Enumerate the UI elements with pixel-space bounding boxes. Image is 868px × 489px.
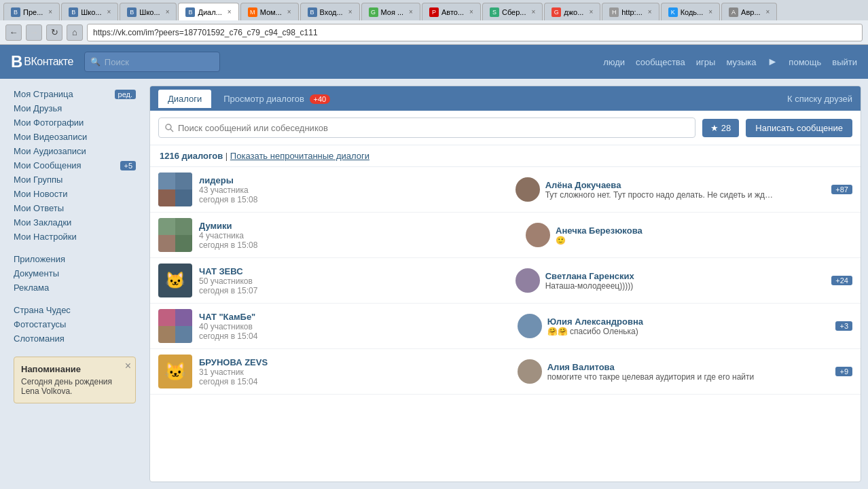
tab-favicon-13: A: [729, 7, 738, 17]
sidebar-item-bookmarks[interactable]: Мои Закладки: [14, 215, 149, 230]
tab-3[interactable]: B Шко... ×: [120, 3, 177, 20]
message-search-input[interactable]: [158, 117, 695, 138]
sidebar-item-videos[interactable]: Мои Видеозаписи: [14, 130, 149, 144]
tab-11[interactable]: H http:... ×: [602, 3, 659, 20]
tab-label-4: Диал...: [198, 8, 221, 16]
dialog-avatar-1: [158, 173, 192, 206]
dialog-row-5[interactable]: 🐱 БРУНОВА ZEVS 31 участник сегодня в 15:…: [150, 349, 861, 395]
tab-view-dialogs[interactable]: Просмотр диалогов +40: [214, 90, 340, 108]
dialog-row-3[interactable]: 🐱 ЧАТ ЗЕВС 50 участников сегодня в 15:07: [150, 258, 861, 304]
nav-games[interactable]: игры: [696, 57, 716, 67]
sidebar-item-wonderland[interactable]: Страна Чудес: [14, 303, 149, 317]
sidebar-item-apps[interactable]: Приложения: [14, 252, 149, 266]
sidebar-item-friends[interactable]: Мои Друзья: [14, 101, 149, 115]
sidebar-item-answers[interactable]: Мои Ответы: [14, 201, 149, 215]
sidebar-label-docs: Документы: [14, 268, 59, 278]
tab-close-8[interactable]: ×: [469, 8, 473, 16]
tab-label-10: джо...: [564, 8, 583, 16]
sidebar-item-groups[interactable]: Мои Группы: [14, 173, 149, 187]
write-message-button[interactable]: Написать сообщение: [746, 119, 852, 137]
tab-close-10[interactable]: ×: [589, 8, 593, 16]
nav-logout[interactable]: выйти: [832, 57, 857, 67]
tab-5[interactable]: M Мом... ×: [240, 3, 299, 20]
sidebar-item-slotomania[interactable]: Слотомания: [14, 331, 149, 346]
tab-label-13: Авр...: [741, 8, 760, 16]
tab-13[interactable]: A Авр... ×: [721, 3, 777, 20]
tab-6[interactable]: B Вход... ×: [300, 3, 360, 20]
home-button[interactable]: ⌂: [67, 24, 83, 41]
tab-close-11[interactable]: ×: [648, 8, 652, 16]
sender-msg-2: 🙂: [556, 236, 786, 245]
dialog-sender-3: Светлана Гаренских Наташа-молодееец))))): [516, 266, 825, 295]
dialog-count: 1216 диалогов: [160, 151, 223, 161]
friends-link[interactable]: К списку друзей: [787, 94, 852, 104]
sidebar-item-ads[interactable]: Реклама: [14, 280, 149, 295]
sender-avatar-5: [518, 359, 542, 384]
sidebar-item-settings[interactable]: Мои Настройки: [14, 230, 149, 244]
tab-favicon-2: B: [69, 7, 78, 17]
address-input[interactable]: [87, 24, 863, 41]
tab-close-7[interactable]: ×: [409, 8, 413, 16]
tab-10[interactable]: G джо... ×: [544, 3, 600, 20]
count-row: 1216 диалогов | Показать непрочитанные д…: [150, 145, 861, 167]
sidebar-item-mypage[interactable]: Моя Страница ред.: [14, 87, 149, 101]
dialog-row-1[interactable]: лидеры 43 участника сегодня в 15:08 Алён…: [150, 167, 861, 213]
dialog-name-4: ЧАТ "КамБе": [199, 312, 511, 322]
sidebar-item-photos[interactable]: Мои Фотографии: [14, 115, 149, 130]
vk-search-box: 🔍: [84, 52, 220, 72]
dialog-info-5: БРУНОВА ZEVS 31 участник сегодня в 15:04: [199, 357, 511, 386]
tab-close-9[interactable]: ×: [531, 8, 535, 16]
sidebar-label-settings: Мои Настройки: [14, 232, 77, 242]
tab-favicon-3: B: [127, 7, 137, 17]
tab-2[interactable]: B Шко... ×: [61, 3, 118, 20]
tab-close-1[interactable]: ×: [48, 8, 52, 16]
dialog-row-2[interactable]: Думики 4 участника сегодня в 15:08 Анечк…: [150, 213, 861, 258]
unread-link[interactable]: Показать непрочитанные диалоги: [230, 151, 369, 161]
tab-dialogs[interactable]: Диалоги: [158, 90, 211, 108]
nav-music[interactable]: музыка: [726, 57, 756, 67]
tab-favicon-5: M: [248, 7, 257, 17]
tab-favicon-4: В: [185, 7, 195, 17]
starred-button[interactable]: ★ 28: [702, 119, 739, 137]
sender-name-5: Алия Валитова: [547, 362, 829, 372]
tab-1[interactable]: B Пре... ×: [3, 3, 60, 20]
sidebar-item-news[interactable]: Мои Новости: [14, 187, 149, 201]
tab-close-12[interactable]: ×: [708, 8, 712, 16]
back-button[interactable]: ←: [5, 24, 22, 41]
sidebar-item-docs[interactable]: Документы: [14, 266, 149, 280]
sidebar-label-videos: Мои Видеозаписи: [14, 132, 87, 142]
tab-7[interactable]: G Моя ... ×: [361, 3, 420, 20]
vk-search-input[interactable]: [105, 57, 213, 67]
dialog-badge-4: +3: [835, 321, 852, 331]
dialog-badge-5: +9: [835, 367, 852, 376]
dialog-right-1: +87: [831, 185, 852, 194]
tab-close-2[interactable]: ×: [107, 8, 111, 16]
reminder-close-button[interactable]: ×: [125, 360, 131, 372]
sidebar-label-groups: Мои Группы: [14, 175, 62, 185]
forward-button[interactable]: →: [26, 24, 42, 41]
tab-9[interactable]: S Сбер... ×: [482, 3, 543, 20]
nav-communities[interactable]: сообщества: [636, 57, 685, 67]
sidebar-label-news: Мои Новости: [14, 189, 67, 199]
sidebar-item-photostatuses[interactable]: Фотостатусы: [14, 317, 149, 331]
dialog-sub-2: 4 участника сегодня в 15:08: [199, 231, 519, 250]
dialog-row-4[interactable]: ЧАТ "КамБе" 40 участников сегодня в 15:0…: [150, 304, 861, 349]
nav-more-arrow[interactable]: ►: [767, 56, 778, 68]
sidebar-item-audio[interactable]: Мои Аудиозаписи: [14, 144, 149, 158]
tab-12[interactable]: K Кодь... ×: [661, 3, 720, 20]
tab-close-5[interactable]: ×: [287, 8, 291, 16]
tab-close-4[interactable]: ×: [228, 8, 232, 16]
tab-close-3[interactable]: ×: [166, 8, 170, 16]
sidebar-item-messages[interactable]: Мои Сообщения +5: [14, 158, 149, 173]
tab-favicon-8: P: [429, 7, 439, 17]
reload-button[interactable]: ↻: [46, 24, 62, 41]
view-tab-badge: +40: [310, 94, 331, 104]
tab-8[interactable]: P Авто... ×: [422, 3, 481, 20]
tab-4-active[interactable]: В Диал... ×: [178, 3, 238, 20]
tab-close-6[interactable]: ×: [348, 8, 352, 16]
tab-close-13[interactable]: ×: [766, 8, 770, 16]
nav-help[interactable]: помощь: [789, 57, 821, 67]
dialog-avatar-3: 🐱: [158, 264, 192, 297]
nav-people[interactable]: люди: [603, 57, 625, 67]
search-row: ★ 28 Написать сообщение: [150, 111, 861, 145]
